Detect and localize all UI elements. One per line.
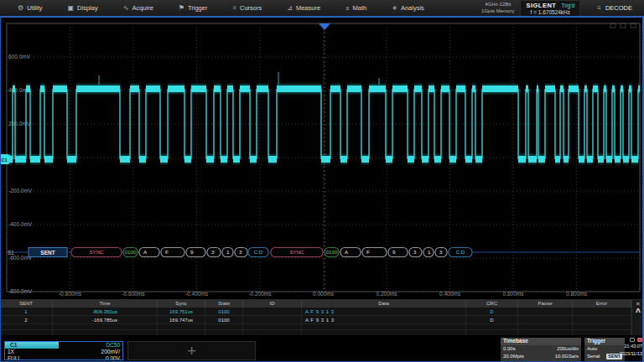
cell-error [573,308,631,315]
table-row-empty [0,324,631,330]
grid-corner-icon[interactable] [631,23,636,28]
decode-box-label: 0100 [125,249,137,255]
time-label: 0.800ms [566,291,588,297]
decode-box-label: 3 [413,249,417,255]
decode-box-label: 1 [226,249,230,255]
table-header-row: SENTTimeSyncStateIDDataCRCPauseError [0,300,631,308]
decode-box-label: C:D [254,249,263,255]
time-label: -0.400ms [185,291,209,297]
cell-error [573,316,631,323]
grid-corner-icon[interactable] [610,23,615,28]
menu-cursors[interactable]: ⌗Cursors [220,0,274,16]
channel-offset-label: 0.00V [106,355,120,361]
trigger-status-badge: Trig'd [561,3,574,8]
alert-icon [637,338,642,342]
timebase-scale: 200us/div [557,345,579,353]
cell-empty [518,324,573,329]
column-header-crc: CRC [466,300,518,308]
cursors-icon: ⌗ [232,4,236,13]
cell-crc: D [466,308,518,315]
menu-analysis[interactable]: ∗Analysis [379,0,437,16]
cell-crc: D [466,316,518,323]
time-label: -0.600ms [122,291,145,297]
brand-status-box: SIGLENT Trig'd f = 1.670524kHz [520,0,580,17]
column-header-sync: Sync [158,300,205,308]
cell-empty [466,324,518,329]
decode-box-label: 9 [392,249,396,255]
cell-sent: 1 [0,308,53,315]
math-icon: ± [345,4,349,12]
frequency-counter: f = 1.670524kHz [526,9,574,15]
clock-time: 21:43:07 [604,343,642,350]
cell-empty [158,324,205,329]
cell-empty [53,324,158,329]
voltage-label: 200.0mV [8,121,31,127]
decode-button-label: DECODE [605,4,632,12]
menu-label: Math [353,4,367,12]
trigger-flag-icon: ⚑ [179,4,184,12]
cell-pause [518,308,573,315]
decode-result-table: SENTTimeSyncStateIDDataCRCPauseError 1-8… [0,299,644,335]
column-header-time: Time [53,300,158,308]
cell-data: A F 9 3 1 3 [302,308,466,315]
display-icon: ▣ [68,4,75,12]
decode-box-data [186,248,205,257]
scroll-up-icon[interactable]: ^ [636,308,641,316]
time-label: -0.200ms [248,291,272,297]
decode-bus-tag-label: SENT [40,250,55,256]
table-scrollbar[interactable]: ✕ ^ [631,300,644,335]
menu-math[interactable]: ±Math [333,0,379,16]
voltage-label: -800.0mV [8,288,33,294]
menu-measure[interactable]: ⊿Measure [274,0,333,16]
add-trace-placeholder[interactable]: + [127,341,256,360]
time-label: -0.800ms [59,291,82,297]
cell-id [243,316,302,323]
menu-display[interactable]: ▣Display [55,0,111,16]
decode-box-label: SYNC [289,249,304,255]
voltage-label: 600.0mV [8,54,31,59]
decode-box-label: 3 [439,249,443,255]
column-header-state: State [205,300,243,308]
cell-state: 0100 [205,308,243,315]
cell-empty [0,324,53,329]
decode-box-label: 1 [428,249,431,255]
decode-box-label: F [165,249,169,255]
channel-coupling-label: DC50 [106,342,122,349]
trigger-mode: Auto [587,345,597,353]
timebase-samplerate: 10.0GSa/s [555,353,579,360]
lock-icon [630,338,635,342]
menu-label: Trigger [188,4,207,12]
timebase-panel[interactable]: Timebase 0.00s 200us/div 20.0Mpts 10.0GS… [501,338,581,361]
time-label: 0.200ms [377,291,398,297]
menu-utility[interactable]: ⚙Utility [5,0,55,16]
menu-acquire[interactable]: ∿Acquire [111,0,166,16]
table-row[interactable]: 1-806.350us169.751us0100A F 9 3 1 3D [0,308,631,316]
cell-time: -806.350us [53,308,158,315]
cell-data: A F 9 3 1 3 [302,316,466,323]
cell-time: -169.785us [53,316,158,323]
voltage-label: -400.0mV [8,221,33,227]
cell-state: 0100 [205,316,243,323]
clock-date: 2023/11/13 [604,350,642,358]
menu-trigger[interactable]: ⚑Trigger [166,0,221,16]
decode-button[interactable]: ≡ DECODE [585,4,644,12]
column-header-pause: Pause [518,300,573,308]
measure-icon: ⊿ [287,4,293,12]
menu-right-cluster: 4GHz-12Bit 1Gpts Memory SIGLENT Trig'd f… [481,0,644,16]
table-row[interactable]: 2-169.785us169.747us0100A F 9 3 1 3D [0,316,631,324]
decode-box-label: C:D [456,249,465,255]
decode-icon: ≡ [597,4,601,12]
channel-1-descriptor[interactable]: C1 DC50 1X 200mV/ FULL 0.00V [4,341,123,360]
memory-label: 1Gpts Memory [481,8,514,15]
cell-sent: 2 [0,316,53,323]
menu-label: Utility [27,4,42,12]
decode-source-label: S1 [8,250,14,256]
bandwidth-bits-label: 4GHz-12Bit [481,2,514,8]
voltage-label: -200.0mV [8,188,33,194]
menu-label: Acquire [132,4,153,12]
trigger-type: Serial [587,353,600,360]
grid-corner-icon[interactable] [621,23,626,28]
trigger-position-marker[interactable] [319,23,330,30]
menu-label: Analysis [401,4,424,12]
sent-waveform-trace [7,72,640,159]
